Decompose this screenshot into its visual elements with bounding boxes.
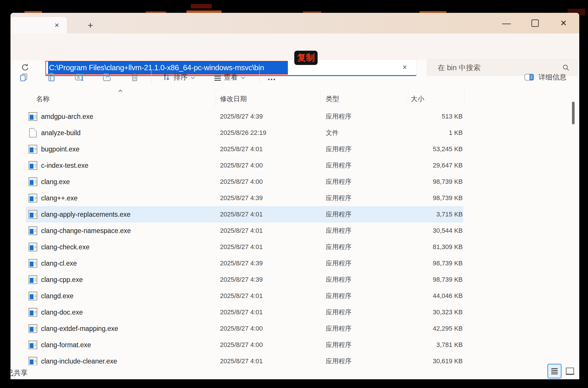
file-row[interactable]: clang-apply-replacements.exe 2025/8/27 4… <box>26 206 463 223</box>
file-row[interactable]: clang-check.exe 2025/8/27 4:01 应用程序 81,3… <box>26 239 463 255</box>
file-row[interactable]: clang-cl.exe 2025/8/27 4:39 应用程序 98,739 … <box>26 255 463 271</box>
application-file-icon <box>29 194 37 202</box>
screen: × + — ✕ C:\Program Files\clang+llvm-21.1 <box>0 0 588 388</box>
new-tab-button[interactable]: + <box>84 19 97 31</box>
copy-button[interactable] <box>19 71 29 84</box>
application-file-icon <box>29 243 37 251</box>
file-name: c-index-test.exe <box>41 162 88 170</box>
file-date-modified: 2025/8/27 4:00 <box>220 162 326 169</box>
file-date-modified: 2025/8/27 4:01 <box>220 227 326 234</box>
file-row[interactable]: c-index-test.exe 2025/8/27 4:00 应用程序 29,… <box>26 157 463 174</box>
explorer-tab[interactable]: × <box>10 17 67 33</box>
application-file-icon <box>29 177 37 186</box>
minimize-button[interactable]: — <box>501 17 512 29</box>
application-file-icon <box>29 210 37 219</box>
file-name: clang-include-cleaner.exe <box>41 357 117 365</box>
file-name: clang-format.exe <box>41 341 91 349</box>
file-name: clang-cpp.exe <box>41 276 83 284</box>
chevron-down-icon <box>191 76 195 79</box>
sort-ascending-icon <box>118 89 123 93</box>
file-row[interactable]: clang-extdef-mapping.exe 2025/8/27 4:00 … <box>26 320 463 337</box>
file-date-modified: 2025/8/27 4:00 <box>220 178 326 186</box>
tab-bar: × + — ✕ <box>10 13 579 33</box>
application-file-icon <box>29 259 37 268</box>
file-row[interactable]: clang-cpp.exe 2025/8/27 4:39 应用程序 98,739… <box>26 271 463 288</box>
view-button[interactable]: 查看 <box>214 73 245 82</box>
file-type: 应用程序 <box>326 308 408 317</box>
column-header-date[interactable]: 修改日期 <box>220 94 247 103</box>
column-separator[interactable] <box>215 90 215 107</box>
file-type: 应用程序 <box>326 259 408 268</box>
file-size: 44,046 KB <box>408 292 463 300</box>
file-row[interactable]: analyze-build 2025/8/26 22:19 文件 1 KB <box>26 125 463 141</box>
file-row[interactable]: clang-format.exe 2025/8/27 4:00 应用程序 3,7… <box>26 337 463 353</box>
column-separator[interactable] <box>408 90 408 107</box>
sort-icon <box>162 73 171 82</box>
file-size: 98,739 KB <box>408 276 463 283</box>
file-name: clang-doc.exe <box>41 308 83 316</box>
file-type: 应用程序 <box>326 324 408 333</box>
application-file-icon <box>29 292 37 300</box>
application-file-icon <box>29 341 37 349</box>
file-row[interactable]: amdgpu-arch.exe 2025/8/27 4:39 应用程序 513 … <box>26 108 463 125</box>
file-date-modified: 2025/8/27 4:39 <box>220 260 326 267</box>
file-list: amdgpu-arch.exe 2025/8/27 4:39 应用程序 513 … <box>10 108 579 369</box>
details-view-toggle[interactable] <box>547 364 561 378</box>
file-row[interactable]: clang.exe 2025/8/27 4:00 应用程序 98,739 KB <box>26 174 463 190</box>
file-row[interactable]: clangd.exe 2025/8/27 4:01 应用程序 44,046 KB <box>26 288 463 304</box>
rename-button[interactable]: A <box>74 71 84 84</box>
file-date-modified: 2025/8/27 4:01 <box>220 357 326 365</box>
details-pane-button[interactable]: 详细信息 <box>524 73 579 82</box>
delete-icon <box>130 72 139 82</box>
file-date-modified: 2025/8/27 4:39 <box>220 194 326 202</box>
file-row[interactable]: clang-change-namespace.exe 2025/8/27 4:0… <box>26 223 463 239</box>
maximize-icon <box>531 20 539 27</box>
column-header-row: 名称 修改日期 类型 大小 <box>10 90 579 107</box>
rename-icon: A <box>74 72 84 82</box>
paste-button[interactable] <box>46 71 57 84</box>
application-file-icon <box>29 308 37 317</box>
copy-annotation-label: 复制 <box>294 51 318 65</box>
column-separator[interactable] <box>464 90 464 107</box>
tab-close-button[interactable]: × <box>52 20 62 30</box>
see-more-button[interactable]: … <box>267 72 277 82</box>
file-size: 29,647 KB <box>408 162 463 169</box>
delete-button[interactable] <box>129 71 140 84</box>
large-icons-view-toggle[interactable] <box>564 364 576 378</box>
generic-file-icon <box>29 128 37 137</box>
file-date-modified: 2025/8/27 4:01 <box>220 243 326 251</box>
file-size: 98,739 KB <box>408 178 463 186</box>
column-header-size[interactable]: 大小 <box>411 94 424 103</box>
file-name: analyze-build <box>41 129 81 137</box>
file-name: clang-extdef-mapping.exe <box>41 325 118 333</box>
file-name: clang-cl.exe <box>41 260 77 267</box>
application-file-icon <box>29 145 37 154</box>
column-header-type[interactable]: 类型 <box>326 94 339 103</box>
file-type: 应用程序 <box>326 341 408 349</box>
file-type: 应用程序 <box>326 357 408 366</box>
file-date-modified: 2025/8/27 4:01 <box>220 292 326 300</box>
copy-icon <box>19 72 29 82</box>
file-row[interactable]: bugpoint.exe 2025/8/27 4:01 应用程序 53,245 … <box>26 141 463 157</box>
file-row[interactable]: clang-doc.exe 2025/8/27 4:01 应用程序 30,323… <box>26 304 463 320</box>
column-header-name[interactable]: 名称 <box>36 94 50 103</box>
application-file-icon <box>29 226 37 235</box>
file-date-modified: 2025/8/27 4:39 <box>220 276 326 283</box>
file-size: 3,715 KB <box>408 211 463 218</box>
large-icons-view-icon <box>566 368 574 375</box>
file-size: 513 KB <box>408 113 463 120</box>
share-button[interactable] <box>102 71 112 84</box>
file-name: clang++.exe <box>41 194 78 202</box>
maximize-button[interactable] <box>529 17 541 29</box>
file-size: 30,544 KB <box>408 227 463 234</box>
column-separator[interactable] <box>320 90 321 107</box>
toolbar-separator <box>151 70 152 84</box>
vertical-scrollbar[interactable] <box>572 102 575 124</box>
application-file-icon <box>29 275 37 284</box>
file-row[interactable]: clang++.exe 2025/8/27 4:39 应用程序 98,739 K… <box>26 190 463 206</box>
file-size: 30,323 KB <box>408 308 463 316</box>
sort-button[interactable]: 排序 <box>162 73 195 82</box>
close-button[interactable]: ✕ <box>558 17 569 29</box>
file-size: 30,619 KB <box>408 357 463 365</box>
file-date-modified: 2025/8/26 22:19 <box>220 129 326 137</box>
